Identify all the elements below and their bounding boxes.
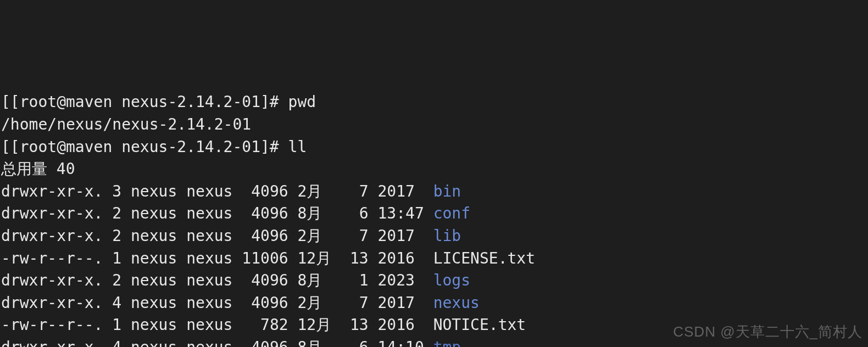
file-group: nexus (186, 294, 232, 312)
file-group: nexus (186, 271, 232, 289)
file-group: nexus (186, 249, 232, 267)
pwd-output: /home/nexus/nexus-2.14.2-01 (1, 115, 251, 133)
file-perms: drwxr-xr-x. (1, 227, 103, 245)
file-month: 2月 (297, 294, 341, 312)
file-owner: nexus (131, 249, 177, 267)
file-size: 4096 (242, 294, 288, 312)
file-perms: -rw-r--r--. (1, 249, 103, 267)
file-links: 3 (112, 182, 121, 200)
file-owner: nexus (131, 338, 177, 347)
file-perms: drwxr-xr-x. (1, 271, 103, 289)
file-perms: drwxr-xr-x. (1, 204, 103, 222)
file-perms: -rw-r--r--. (1, 316, 103, 334)
file-owner: nexus (131, 204, 177, 222)
file-name-dir: lib (433, 227, 461, 245)
terminal-output[interactable]: [[root@maven nexus-2.14.2-01]# pwd/home/… (1, 91, 867, 347)
file-name-dir: tmp (433, 338, 461, 347)
file-row: drwxr-xr-x. 2 nexus nexus 4096 8月 6 13:4… (1, 203, 867, 225)
file-timeyear: 2016 (378, 316, 424, 334)
file-day: 13 (350, 249, 369, 267)
file-timeyear: 2017 (378, 294, 424, 312)
file-owner: nexus (131, 271, 177, 289)
file-owner: nexus (131, 294, 177, 312)
shell-prompt: [root@maven nexus-2.14.2-01]# (10, 138, 288, 156)
file-row: drwxr-xr-x. 3 nexus nexus 4096 2月 7 2017… (1, 181, 867, 203)
file-size: 4096 (242, 338, 288, 347)
file-day: 7 (350, 294, 369, 312)
file-links: 2 (112, 271, 121, 289)
total-line: 总用量 40 (1, 158, 867, 181)
shell-prompt: [root@maven nexus-2.14.2-01]# (10, 93, 288, 111)
file-group: nexus (186, 316, 232, 334)
file-timeyear: 14:10 (378, 338, 424, 347)
output-line: /home/nexus/nexus-2.14.2-01 (1, 114, 867, 136)
file-links: 4 (112, 294, 121, 312)
file-links: 1 (112, 316, 121, 334)
file-day: 7 (350, 182, 369, 200)
file-links: 4 (112, 338, 121, 347)
file-name: LICENSE.txt (433, 249, 535, 267)
file-size: 4096 (242, 271, 288, 289)
command-ll: ll (288, 138, 307, 156)
file-day: 13 (350, 316, 369, 334)
file-day: 1 (350, 271, 369, 289)
file-group: nexus (186, 338, 232, 347)
file-group: nexus (186, 204, 232, 222)
file-name-dir: nexus (433, 294, 480, 312)
prompt-prefix: [ (1, 138, 10, 156)
file-size: 4096 (242, 227, 288, 245)
total-label: 总用量 40 (1, 160, 75, 178)
file-month: 8月 (297, 271, 341, 289)
file-perms: drwxr-xr-x. (1, 338, 103, 347)
file-name: NOTICE.txt (433, 316, 526, 334)
prompt-prefix: [ (1, 93, 10, 111)
file-owner: nexus (131, 227, 177, 245)
file-row: drwxr-xr-x. 2 nexus nexus 4096 8月 1 2023… (1, 270, 867, 292)
file-size: 4096 (242, 204, 288, 222)
file-month: 2月 (297, 182, 341, 200)
file-perms: drwxr-xr-x. (1, 182, 103, 200)
file-name-dir: logs (433, 271, 470, 289)
file-timeyear: 2017 (378, 227, 424, 245)
file-month: 12月 (297, 316, 341, 334)
file-month: 8月 (297, 338, 341, 347)
file-timeyear: 13:47 (378, 204, 424, 222)
file-links: 1 (112, 249, 121, 267)
file-month: 2月 (297, 227, 341, 245)
file-row: drwxr-xr-x. 4 nexus nexus 4096 2月 7 2017… (1, 292, 867, 315)
file-links: 2 (112, 204, 121, 222)
file-month: 8月 (297, 204, 341, 222)
file-size: 4096 (242, 182, 288, 200)
file-name-dir: bin (433, 182, 461, 200)
file-group: nexus (186, 227, 232, 245)
file-timeyear: 2023 (378, 271, 424, 289)
file-group: nexus (186, 182, 232, 200)
file-month: 12月 (297, 249, 341, 267)
file-owner: nexus (131, 182, 177, 200)
file-day: 7 (350, 227, 369, 245)
file-size: 782 (242, 316, 288, 334)
file-timeyear: 2016 (378, 249, 424, 267)
file-links: 2 (112, 227, 121, 245)
watermark: CSDN @天草二十六_简村人 (673, 322, 863, 343)
file-size: 11006 (242, 249, 288, 267)
prompt-line: [[root@maven nexus-2.14.2-01]# ll (1, 136, 867, 159)
command-pwd: pwd (288, 93, 316, 111)
file-perms: drwxr-xr-x. (1, 294, 103, 312)
file-row: -rw-r--r--. 1 nexus nexus 11006 12月 13 2… (1, 248, 867, 270)
file-timeyear: 2017 (378, 182, 424, 200)
prompt-line: [[root@maven nexus-2.14.2-01]# pwd (1, 91, 867, 114)
file-day: 6 (350, 338, 369, 347)
file-owner: nexus (131, 316, 177, 334)
file-row: drwxr-xr-x. 2 nexus nexus 4096 2月 7 2017… (1, 225, 867, 248)
file-day: 6 (350, 204, 369, 222)
file-name-dir: conf (433, 204, 470, 222)
